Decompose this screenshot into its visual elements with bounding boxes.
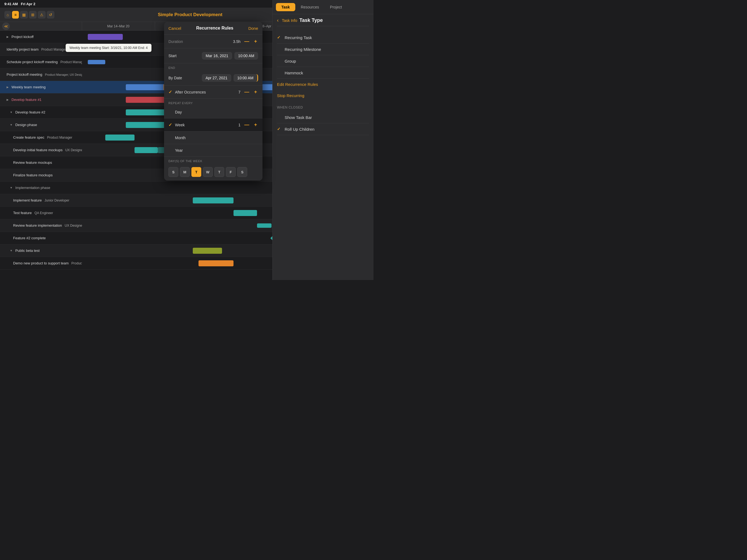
duration-row: Duration 3.5h — + xyxy=(164,35,262,48)
check-icon: ✓ xyxy=(277,58,282,63)
panel-content: ‹ Task Info Task Type ✓ Recurring Task ✓… xyxy=(273,14,374,280)
tab-task[interactable]: Task xyxy=(276,3,295,11)
tab-project[interactable]: Project xyxy=(325,3,347,11)
gantt-bar xyxy=(257,223,272,228)
type-label: Hammock xyxy=(285,71,303,75)
done-button[interactable]: Done xyxy=(248,26,258,31)
gantt-bar xyxy=(193,248,222,254)
repeat-week-label: Week xyxy=(175,123,238,127)
collapse-icon[interactable]: ▼ xyxy=(10,111,12,114)
play-icon[interactable]: ▶ xyxy=(6,98,9,101)
task-name: Public beta test xyxy=(15,249,40,253)
collapse-icon[interactable]: ▼ xyxy=(10,249,12,252)
day-saturday-button[interactable]: S xyxy=(237,167,247,177)
when-closed-show-task-bar[interactable]: ✓ Show Task Bar xyxy=(277,111,369,123)
occurrences-increase-button[interactable]: + xyxy=(253,89,258,95)
recurrence-modal: Cancel Recurrence Rules Done Duration 3.… xyxy=(164,22,262,180)
gantt-bar xyxy=(134,147,158,153)
task-name: Develop feature #2 xyxy=(15,110,45,114)
gantt-bar xyxy=(88,34,123,40)
task-name: Test feature xyxy=(13,211,32,215)
collapse-icon[interactable]: ▼ xyxy=(10,123,12,126)
task-type-title: Task Type xyxy=(300,18,323,23)
start-value: Mar 16, 2021 10:00 AM xyxy=(202,52,258,59)
gantt-view-button[interactable]: ▦ xyxy=(20,11,28,19)
type-label: Recurring Milestone xyxy=(285,47,321,52)
repeat-day-row[interactable]: ✓ Day xyxy=(164,106,262,119)
task-name: Feature #2 complete xyxy=(13,236,46,240)
day-friday-button[interactable]: F xyxy=(226,167,236,177)
day-tuesday-button[interactable]: T xyxy=(191,167,201,177)
check-icon: ✓ xyxy=(277,35,282,40)
task-name: Finalize feature mockups xyxy=(13,173,53,177)
check-icon: ✓ xyxy=(169,90,175,95)
end-date-pill[interactable]: Apr 27, 2021 xyxy=(202,74,231,82)
gantt-bar xyxy=(233,210,257,216)
tab-resources[interactable]: Resources xyxy=(295,3,325,11)
cancel-button[interactable]: Cancel xyxy=(169,26,181,31)
day-thursday-button[interactable]: T xyxy=(214,167,224,177)
end-time-pill[interactable]: 10:00 AM xyxy=(233,74,258,82)
task-name: Weekly team meeting xyxy=(11,85,46,89)
start-time-pill[interactable]: 10:00 AM xyxy=(234,52,258,59)
occurrences-decrease-button[interactable]: — xyxy=(243,89,250,95)
task-name: Design phase xyxy=(15,123,37,127)
type-option-hammock[interactable]: ✓ Hammock xyxy=(277,67,369,79)
home-button[interactable]: ⌂ xyxy=(4,11,11,19)
modal-title: Recurrence Rules xyxy=(196,26,233,31)
type-option-recurring-milestone[interactable]: ✓ Recurring Milestone xyxy=(277,44,369,55)
task-resource: UX Designer xyxy=(63,224,82,228)
check-icon: ✓ xyxy=(277,115,282,120)
task-name: Project kickoff meeting xyxy=(6,73,42,77)
option-label: Show Task Bar xyxy=(285,115,312,120)
back-arrow-icon[interactable]: ‹ xyxy=(277,18,279,23)
day-monday-button[interactable]: M xyxy=(180,167,190,177)
task-name: Develop feature #1 xyxy=(11,98,42,102)
after-occurrences-label: After Occurrences xyxy=(175,90,238,94)
day-sunday-button[interactable]: S xyxy=(169,167,178,177)
collapse-all-button[interactable]: ≪ xyxy=(2,22,10,30)
task-name: Implementation phase xyxy=(15,186,50,190)
play-icon[interactable]: ▶ xyxy=(6,85,9,88)
duration-increase-button[interactable]: + xyxy=(253,39,258,44)
type-label: Group xyxy=(285,59,296,63)
when-closed-roll-up-children[interactable]: ✓ Roll Up Children xyxy=(277,123,369,135)
task-resource: Product Manager xyxy=(59,60,82,64)
history-button[interactable]: ↺ xyxy=(47,11,54,19)
expand-icon[interactable]: ▶ xyxy=(6,35,9,38)
check-icon: ✓ xyxy=(169,109,175,114)
duration-value: 3.5h — + xyxy=(233,39,258,44)
gantt-bar xyxy=(193,198,233,203)
duration-label: Duration xyxy=(169,40,233,44)
collapse-icon[interactable]: ▼ xyxy=(10,186,12,189)
task-name: Project kickoff xyxy=(11,35,34,39)
check-icon: ✓ xyxy=(169,122,175,127)
after-occurrences-row[interactable]: ✓ After Occurrences 7 — + xyxy=(164,85,262,99)
modal-header: Cancel Recurrence Rules Done xyxy=(164,22,262,35)
end-section-label: END xyxy=(164,63,262,71)
repeat-month-row[interactable]: ✓ Month xyxy=(164,131,262,144)
gantt-bar xyxy=(88,60,105,64)
duration-decrease-button[interactable]: — xyxy=(243,39,250,44)
gantt-bar xyxy=(105,134,134,141)
type-option-recurring-task[interactable]: ✓ Recurring Task xyxy=(277,32,369,44)
check-icon: ✓ xyxy=(277,70,282,75)
week-decrease-button[interactable]: — xyxy=(243,122,250,128)
start-date-pill[interactable]: Mar 16, 2021 xyxy=(202,52,232,59)
repeat-year-row[interactable]: ✓ Year xyxy=(164,144,262,157)
list-view-button[interactable]: ≡ xyxy=(12,11,19,19)
edit-recurrence-rules-link[interactable]: Edit Recurrence Rules xyxy=(277,79,369,90)
week-count: 1 — + xyxy=(238,122,258,128)
task-info-link[interactable]: Task Info xyxy=(282,18,297,23)
day-wednesday-button[interactable]: W xyxy=(203,167,213,177)
week-col-1: Mar 14–Mar 20 xyxy=(82,22,155,30)
type-option-group[interactable]: ✓ Group xyxy=(277,55,369,67)
repeat-week-row[interactable]: ✓ Week 1 — + xyxy=(164,119,262,131)
calendar-view-button[interactable]: ⊞ xyxy=(29,11,36,19)
by-date-value: Apr 27, 2021 10:00 AM xyxy=(202,74,258,82)
gantt-bar xyxy=(199,260,233,266)
panel-header: Task Resources Project xyxy=(273,0,374,14)
warning-button[interactable]: ⚠ xyxy=(38,11,46,19)
week-increase-button[interactable]: + xyxy=(253,122,258,128)
stop-recurring-link[interactable]: Stop Recurring xyxy=(277,90,369,101)
